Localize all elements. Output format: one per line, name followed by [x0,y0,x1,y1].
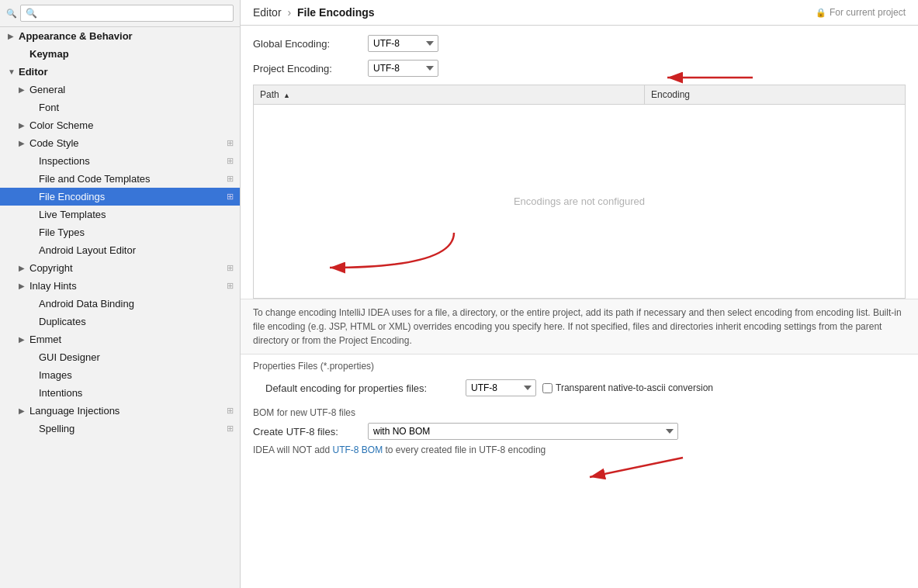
sidebar-item-label: Emmet [29,334,234,345]
transparent-checkbox-row[interactable]: Transparent native-to-ascii conversion [542,382,713,393]
sidebar-item-label: File and Code Templates [39,173,223,185]
col-path[interactable]: Path ▲ [254,85,645,105]
transparent-checkbox[interactable] [542,383,553,393]
table-empty-message: Encodings are not configured [253,105,906,299]
settings-sidebar: 🔍 ▶ Appearance & Behavior Keymap ▼ Edito… [0,0,241,588]
sidebar-item-label: Duplicates [39,316,234,327]
sidebar-item-label: Code Style [29,137,223,149]
properties-section-header: Properties Files (*.properties) [241,354,918,375]
project-encoding-row: Project Encoding: UTF-8 UTF-16 ISO-8859-… [253,60,906,77]
sidebar-item-gui-designer[interactable]: GUI Designer [0,348,240,366]
config-icon: ⊞ [227,424,234,434]
project-note-text: For current project [830,7,906,18]
sidebar-item-code-style[interactable]: ▶ Code Style ⊞ [0,134,240,152]
search-input[interactable] [20,5,234,22]
sidebar-item-label: General [29,84,234,95]
project-note: 🔒 For current project [816,7,906,18]
bom-section: BOM for new UTF-8 files Create UTF-8 fil… [241,401,918,466]
sidebar-item-android-data-binding[interactable]: Android Data Binding [0,295,240,313]
sidebar-item-live-templates[interactable]: Live Templates [0,206,240,223]
default-encoding-row: Default encoding for properties files: U… [253,375,906,401]
sidebar-item-label: Spelling [39,423,223,434]
project-note-icon: 🔒 [816,8,826,18]
breadcrumb-parent: Editor [253,6,282,19]
expand-arrow: ▶ [19,335,29,344]
search-bar[interactable]: 🔍 [0,0,240,27]
sidebar-item-label: Inspections [39,155,223,167]
sidebar-item-appearance[interactable]: ▶ Appearance & Behavior [0,27,240,45]
sidebar-item-editor[interactable]: ▼ Editor [0,63,240,81]
bom-select[interactable]: with NO BOM with BOM with BOM if Windows… [368,423,678,440]
bom-create-row: Create UTF-8 files: with NO BOM with BOM… [253,423,906,440]
sidebar-item-label: Font [39,102,234,113]
sidebar-item-file-encodings[interactable]: File Encodings ⊞ [0,188,240,206]
sidebar-item-file-code-templates[interactable]: File and Code Templates ⊞ [0,170,240,188]
sidebar-item-label: Color Scheme [29,119,234,131]
sidebar-item-language-injections[interactable]: ▶ Language Injections ⊞ [0,402,240,420]
project-encoding-label: Project Encoding: [253,63,362,74]
expand-arrow: ▶ [19,85,29,94]
sidebar-item-keymap[interactable]: Keymap [0,45,240,63]
expand-arrow: ▼ [8,67,19,76]
sidebar-item-copyright[interactable]: ▶ Copyright ⊞ [0,259,240,277]
sidebar-item-label: Editor [19,66,234,78]
expand-arrow: ▶ [19,139,29,147]
sidebar-item-label: Images [39,369,234,381]
global-encoding-select[interactable]: UTF-8 UTF-16 ISO-8859-1 US-ASCII [368,35,438,52]
sidebar-item-label: Appearance & Behavior [19,30,234,42]
sort-arrow: ▲ [283,92,290,99]
sidebar-item-label: GUI Designer [39,351,234,363]
config-icon: ⊞ [227,192,234,202]
content-scroll: Global Encoding: UTF-8 UTF-16 ISO-8859-1… [241,26,918,588]
sidebar-item-label: Copyright [29,262,223,274]
default-encoding-select[interactable]: UTF-8 UTF-16 ISO-8859-1 [466,379,536,396]
expand-arrow: ▶ [19,121,29,130]
sidebar-item-general[interactable]: ▶ General [0,81,240,99]
config-icon: ⊞ [227,156,234,166]
sidebar-item-font[interactable]: Font [0,99,240,116]
encodings-table: Path ▲ Encoding [253,85,906,105]
sidebar-item-label: Language Injections [29,405,223,417]
sidebar-item-file-types[interactable]: File Types [0,223,240,241]
col-encoding: Encoding [645,85,906,105]
bom-note: IDEA will NOT add UTF-8 BOM to every cre… [253,444,906,460]
bom-note-prefix: IDEA will NOT add [253,444,332,455]
expand-arrow: ▶ [8,32,19,40]
sidebar-item-images[interactable]: Images [0,366,240,384]
config-icon: ⊞ [227,406,234,416]
expand-arrow: ▶ [19,282,29,290]
sidebar-item-inlay-hints[interactable]: ▶ Inlay Hints ⊞ [0,277,240,295]
bom-note-suffix: to every created file in UTF-8 encoding [386,444,546,455]
info-text-content: To change encoding IntelliJ IDEA uses fo… [253,307,902,346]
config-icon: ⊞ [227,281,234,291]
sidebar-item-emmet[interactable]: ▶ Emmet [0,330,240,348]
global-encoding-row: Global Encoding: UTF-8 UTF-16 ISO-8859-1… [253,35,906,52]
sidebar-item-label: Keymap [29,48,234,60]
sidebar-item-inspections[interactable]: Inspections ⊞ [0,152,240,170]
bom-section-title-row: BOM for new UTF-8 files [253,407,906,418]
sidebar-item-label: Android Data Binding [39,298,234,310]
create-utf8-label: Create UTF-8 files: [253,426,362,438]
sidebar-item-label: File Types [39,227,234,238]
sidebar-item-spelling[interactable]: Spelling ⊞ [0,420,240,438]
project-encoding-select[interactable]: UTF-8 UTF-16 ISO-8859-1 US-ASCII [368,60,438,77]
sidebar-item-intentions[interactable]: Intentions [0,384,240,402]
sidebar-item-label: File Encodings [39,191,223,202]
default-encoding-label: Default encoding for properties files: [265,382,459,394]
breadcrumb-separator: › [287,6,294,19]
sidebar-item-duplicates[interactable]: Duplicates [0,313,240,330]
sidebar-item-android-layout[interactable]: Android Layout Editor [0,241,240,259]
breadcrumb-current: File Encodings [297,6,375,19]
sidebar-item-color-scheme[interactable]: ▶ Color Scheme [0,116,240,134]
global-encoding-label: Global Encoding: [253,38,362,50]
transparent-label: Transparent native-to-ascii conversion [556,382,713,393]
config-icon: ⊞ [227,263,234,273]
breadcrumb: Editor › File Encodings [253,6,375,19]
config-icon: ⊞ [227,138,234,148]
config-icon: ⊞ [227,174,234,184]
search-icon: 🔍 [6,9,17,19]
sidebar-item-label: Inlay Hints [29,280,223,292]
bom-note-link[interactable]: UTF-8 BOM [332,444,383,455]
sidebar-item-label: Intentions [39,387,234,399]
expand-arrow: ▶ [19,264,29,272]
